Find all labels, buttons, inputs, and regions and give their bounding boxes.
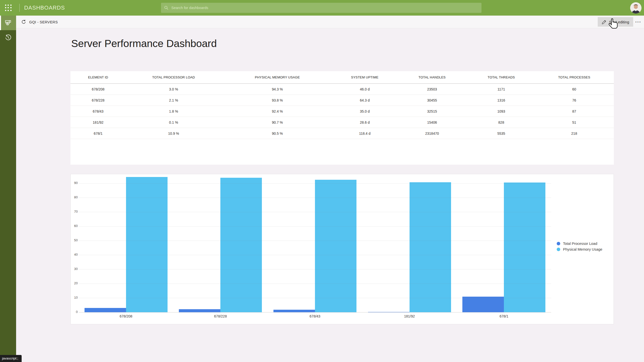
bar-total-processor-load[interactable] bbox=[462, 297, 504, 312]
y-axis-tick-label: 60 bbox=[71, 224, 78, 228]
legend-item-physical-memory-usage[interactable]: Physical Memory Usage bbox=[557, 247, 602, 251]
dashboard-toolbar: GQI - SERVERS Start editing ⋯ bbox=[16, 16, 644, 28]
chart-plot: 0102030405060708090678/208678/228678/431… bbox=[71, 174, 614, 324]
table-row[interactable]: 678/110.9 %90.5 %118.4 d23184705535218 bbox=[70, 128, 614, 139]
table-cell: 118.4 d bbox=[333, 128, 396, 139]
sidebar bbox=[0, 16, 16, 362]
chart-legend: Total Processor LoadPhysical Memory Usag… bbox=[557, 242, 602, 251]
table-cell: 28.6 d bbox=[333, 117, 396, 128]
legend-color-dot bbox=[557, 242, 560, 245]
table-body: 678/2083.0 %94.3 %46.0 d23503117160678/2… bbox=[70, 84, 614, 139]
y-axis-tick-label: 90 bbox=[71, 181, 78, 185]
legend-label: Total Processor Load bbox=[563, 242, 597, 246]
user-avatar[interactable] bbox=[630, 2, 641, 14]
x-axis-line bbox=[79, 312, 551, 312]
table-cell: 828 bbox=[468, 117, 535, 128]
refresh-button[interactable] bbox=[19, 17, 28, 26]
search-input[interactable] bbox=[171, 6, 478, 10]
bar-total-processor-load[interactable] bbox=[85, 308, 126, 312]
page-title: Server Performance Dashboard bbox=[71, 38, 217, 50]
table-cell: 51 bbox=[535, 117, 614, 128]
gridline bbox=[79, 198, 551, 198]
table-cell: 0.1 % bbox=[126, 117, 221, 128]
start-editing-button[interactable]: Start editing bbox=[598, 17, 633, 27]
bar-physical-memory-usage[interactable] bbox=[504, 183, 545, 312]
user-photo-icon bbox=[630, 2, 641, 14]
y-axis-tick-label: 80 bbox=[71, 195, 78, 199]
table-cell: 90.7 % bbox=[221, 117, 333, 128]
table-cell: 60 bbox=[535, 84, 614, 95]
bar-physical-memory-usage[interactable] bbox=[315, 180, 356, 312]
column-header-total-handles[interactable]: TOTAL HANDLES bbox=[396, 71, 468, 83]
more-options-button[interactable]: ⋯ bbox=[633, 17, 642, 27]
gridline bbox=[79, 284, 551, 284]
header-divider bbox=[19, 4, 20, 12]
x-axis-category-label: 678/208 bbox=[79, 314, 173, 318]
table-cell: 181/92 bbox=[70, 117, 126, 128]
table-cell: 1093 bbox=[468, 106, 535, 117]
refresh-icon bbox=[21, 19, 26, 25]
table-cell: 15406 bbox=[396, 117, 468, 128]
browser-status-bar: javascript:; bbox=[0, 355, 22, 362]
table-cell: 90.5 % bbox=[221, 128, 333, 139]
table-row[interactable]: 678/431.8 %92.4 %35.0 d32515109387 bbox=[70, 106, 614, 117]
server-bar-chart-panel: 0102030405060708090678/208678/228678/431… bbox=[70, 174, 614, 324]
column-header-system-uptime[interactable]: SYSTEM UPTIME bbox=[333, 71, 396, 83]
table-row[interactable]: 678/2282.1 %93.8 %64.3 d30455131676 bbox=[70, 95, 614, 106]
x-axis-category-label: 678/43 bbox=[268, 314, 362, 318]
table-row[interactable]: 678/2083.0 %94.3 %46.0 d23503117160 bbox=[70, 84, 614, 95]
gridline bbox=[79, 298, 551, 298]
table-cell: 92.4 % bbox=[221, 106, 333, 117]
table-cell: 35.0 d bbox=[333, 106, 396, 117]
table-cell: 93.8 % bbox=[221, 95, 333, 106]
column-header-total-processes[interactable]: TOTAL PROCESSES bbox=[535, 71, 614, 83]
table-cell: 1.8 % bbox=[126, 106, 221, 117]
gridline bbox=[79, 241, 551, 241]
column-header-element-id[interactable]: ELEMENT ID bbox=[70, 71, 126, 83]
bar-total-processor-load[interactable] bbox=[179, 309, 220, 312]
table-row[interactable]: 181/920.1 %90.7 %28.6 d1540682851 bbox=[70, 117, 614, 128]
bar-total-processor-load[interactable] bbox=[273, 310, 315, 312]
table-cell: 1316 bbox=[468, 95, 535, 106]
server-table-panel: ELEMENT IDTOTAL PROCESSOR LOADPHYSICAL M… bbox=[70, 71, 614, 165]
table-cell: 46.0 d bbox=[333, 84, 396, 95]
table-cell: 64.3 d bbox=[333, 95, 396, 106]
gridline bbox=[79, 226, 551, 227]
table-header-row: ELEMENT IDTOTAL PROCESSOR LOADPHYSICAL M… bbox=[70, 71, 614, 84]
table-cell: 218 bbox=[535, 128, 614, 139]
column-header-physical-memory-usage[interactable]: PHYSICAL MEMORY USAGE bbox=[221, 71, 333, 83]
column-header-total-threads[interactable]: TOTAL THREADS bbox=[468, 71, 535, 83]
y-axis-tick-label: 50 bbox=[71, 238, 78, 242]
search-icon bbox=[164, 6, 169, 10]
bar-physical-memory-usage[interactable] bbox=[126, 177, 168, 312]
table-cell: 5535 bbox=[468, 128, 535, 139]
table-cell: 94.3 % bbox=[221, 84, 333, 95]
table-cell: 678/43 bbox=[70, 106, 126, 117]
legend-item-total-processor-load[interactable]: Total Processor Load bbox=[557, 242, 602, 246]
dashboards-app-window: DASHBOARDS bbox=[0, 0, 644, 362]
dashboard-grid-icon bbox=[5, 19, 12, 26]
bar-physical-memory-usage[interactable] bbox=[220, 178, 262, 312]
table-cell: 10.9 % bbox=[126, 128, 221, 139]
y-axis-tick-label: 20 bbox=[71, 281, 78, 285]
breadcrumb-dashboard-name[interactable]: GQI - SERVERS bbox=[29, 16, 58, 28]
y-axis-tick-label: 30 bbox=[71, 267, 78, 271]
sidebar-item-history[interactable] bbox=[0, 30, 16, 45]
table-cell: 87 bbox=[535, 106, 614, 117]
y-axis-tick-label: 40 bbox=[71, 253, 78, 256]
table-cell: 3.0 % bbox=[126, 84, 221, 95]
start-editing-label: Start editing bbox=[609, 20, 629, 24]
table-cell: 678/208 bbox=[70, 84, 126, 95]
dashboard-search-box[interactable] bbox=[161, 3, 481, 13]
table-cell: 32515 bbox=[396, 106, 468, 117]
table-cell: 2.1 % bbox=[126, 95, 221, 106]
sidebar-item-dashboards[interactable] bbox=[0, 16, 16, 30]
legend-color-dot bbox=[557, 248, 560, 251]
column-header-total-processor-load[interactable]: TOTAL PROCESSOR LOAD bbox=[126, 71, 221, 83]
x-axis-category-label: 678/228 bbox=[173, 314, 268, 318]
bar-physical-memory-usage[interactable] bbox=[410, 182, 451, 312]
app-header: DASHBOARDS bbox=[0, 0, 644, 16]
app-launcher-waffle-icon[interactable] bbox=[5, 4, 12, 12]
y-axis-tick-label: 70 bbox=[71, 210, 78, 213]
table-cell: 678/228 bbox=[70, 95, 126, 106]
